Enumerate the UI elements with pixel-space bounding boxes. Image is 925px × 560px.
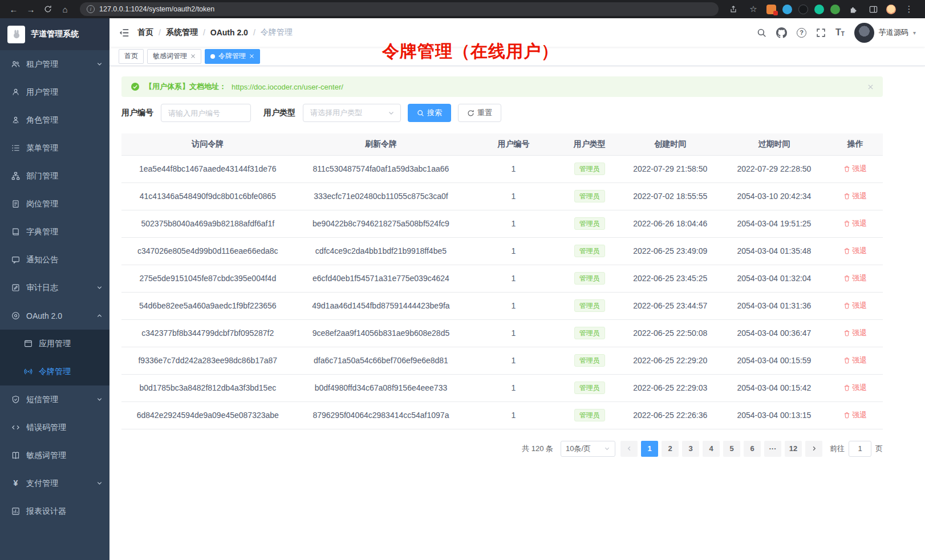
force-logout-button[interactable]: 强退: [843, 410, 867, 420]
address-bar[interactable]: i 127.0.0.1:1024/system/oauth2/token: [80, 2, 719, 16]
forward-icon[interactable]: →: [24, 2, 38, 16]
alert-close-icon[interactable]: [867, 84, 874, 90]
sidebar-item-errorcode[interactable]: 错误码管理: [0, 413, 109, 441]
page-button-5[interactable]: 5: [723, 441, 740, 457]
force-logout-button[interactable]: 强退: [843, 301, 867, 311]
force-logout-button[interactable]: 强退: [843, 164, 867, 174]
extension-icon[interactable]: [814, 5, 824, 14]
profile-avatar[interactable]: [886, 5, 896, 14]
tab-token[interactable]: 令牌管理: [205, 49, 260, 64]
sidebar-item-role[interactable]: 角色管理: [0, 106, 109, 134]
sidebar-item-tenant[interactable]: 租户管理: [0, 50, 109, 78]
sidebar-item-label: 令牌管理: [39, 367, 71, 377]
user-menu[interactable]: 芋道源码 ▾: [854, 23, 916, 43]
sidebar-item-sms[interactable]: 短信管理: [0, 385, 109, 413]
pager-ellipsis[interactable]: ···: [764, 441, 781, 457]
expire-time-cell: 2054-03-04 00:15:59: [720, 347, 827, 374]
trash-icon: [843, 220, 850, 227]
create-time-cell: 2022-06-25 23:49:09: [620, 237, 720, 265]
side-panel-icon[interactable]: [866, 2, 880, 16]
sidebar-item-report[interactable]: 报表设计器: [0, 497, 109, 525]
extension-icon[interactable]: [830, 5, 840, 14]
force-logout-button[interactable]: 强退: [843, 191, 867, 201]
create-time-cell: 2022-06-25 22:29:03: [620, 374, 720, 401]
reset-button[interactable]: 重置: [458, 104, 501, 122]
tab-home[interactable]: 首页: [119, 49, 144, 64]
action-cell: 强退: [828, 347, 883, 374]
page-size-value: 10条/页: [566, 444, 591, 454]
collapse-sidebar-icon[interactable]: [119, 27, 129, 38]
app-window-icon: [24, 339, 33, 348]
sidebar-item-dict[interactable]: 字典管理: [0, 218, 109, 246]
user-id-input[interactable]: [161, 104, 251, 122]
force-logout-button[interactable]: 强退: [843, 328, 867, 338]
page-button-6[interactable]: 6: [744, 441, 761, 457]
share-icon[interactable]: [727, 2, 740, 16]
browser-menu-icon[interactable]: ⋮: [902, 2, 916, 16]
col-user-id: 用户编号: [468, 133, 559, 155]
refresh-token-cell: 49d1aa46d1454fbd87591444423be9fa: [294, 292, 468, 319]
user-id-label: 用户编号: [121, 108, 153, 118]
sidebar-item-payment[interactable]: ¥ 支付管理: [0, 469, 109, 497]
github-icon[interactable]: [776, 27, 787, 38]
help-icon[interactable]: ?: [797, 28, 806, 38]
site-info-icon[interactable]: i: [87, 5, 95, 13]
page-size-select[interactable]: 10条/页: [561, 441, 615, 457]
back-icon[interactable]: ←: [7, 2, 21, 16]
force-logout-button[interactable]: 强退: [843, 273, 867, 283]
app-logo[interactable]: 芋道管理系统: [0, 18, 109, 50]
page-button-12[interactable]: 12: [785, 441, 802, 457]
shield-icon: [11, 395, 20, 404]
sidebar-item-dept[interactable]: 部门管理: [0, 162, 109, 190]
extensions-puzzle-icon[interactable]: [846, 2, 860, 16]
sidebar-item-menu[interactable]: 菜单管理: [0, 134, 109, 162]
extension-icon[interactable]: [798, 5, 808, 14]
force-logout-button[interactable]: 强退: [843, 355, 867, 366]
col-actions: 操作: [828, 133, 883, 155]
force-logout-button[interactable]: 强退: [843, 246, 867, 256]
close-icon[interactable]: [249, 54, 254, 59]
sidebar-item-oauth[interactable]: OAuth 2.0: [0, 302, 109, 330]
user-type-select[interactable]: 请选择用户类型: [303, 104, 401, 122]
annotation-text: 令牌管理（在线用户）: [382, 40, 559, 63]
page-button-1[interactable]: 1: [641, 441, 658, 457]
trash-icon: [843, 384, 850, 391]
doc-link[interactable]: https://doc.iocoder.cn/user-center/: [232, 83, 343, 91]
page-button-4[interactable]: 4: [703, 441, 720, 457]
bookmark-star-icon[interactable]: ☆: [747, 2, 760, 16]
page-button-2[interactable]: 2: [662, 441, 679, 457]
reload-icon[interactable]: [41, 2, 55, 16]
extension-icon[interactable]: [766, 5, 776, 14]
sidebar-item-label: 支付管理: [26, 478, 58, 489]
sidebar-item-user[interactable]: 用户管理: [0, 78, 109, 106]
user-id-cell: 1: [468, 401, 559, 429]
action-cell: 强退: [828, 265, 883, 292]
trash-icon: [843, 165, 850, 172]
sidebar-item-post[interactable]: 岗位管理: [0, 190, 109, 218]
goto-page-input[interactable]: [849, 441, 871, 457]
home-icon[interactable]: ⌂: [58, 2, 72, 16]
prev-page-button[interactable]: [620, 441, 638, 457]
next-page-button[interactable]: [805, 441, 822, 457]
page-button-3[interactable]: 3: [682, 441, 699, 457]
sidebar-item-notice[interactable]: 通知公告: [0, 246, 109, 274]
sidebar-item-sensitive[interactable]: 敏感词管理: [0, 441, 109, 469]
extension-icon[interactable]: [782, 5, 792, 14]
search-button[interactable]: 搜索: [408, 104, 451, 122]
refresh-icon: [467, 109, 474, 117]
sidebar-menu: 租户管理 用户管理 角色管理 菜单管理 部门管理 岗位管理: [0, 50, 109, 525]
close-icon[interactable]: [190, 54, 196, 59]
sidebar-item-audit[interactable]: 审计日志: [0, 274, 109, 302]
force-logout-button[interactable]: 强退: [843, 383, 867, 393]
table-row: c347026e805e4d99b0d116eae66eda8c cdfc4ce…: [121, 237, 883, 265]
search-icon[interactable]: [757, 28, 766, 38]
tab-sensitive[interactable]: 敏感词管理: [147, 49, 201, 64]
sidebar-item-app[interactable]: 应用管理: [0, 330, 109, 358]
breadcrumb-home[interactable]: 首页: [137, 27, 153, 38]
sidebar-item-token[interactable]: 令牌管理: [0, 358, 109, 385]
fullscreen-icon[interactable]: [816, 28, 826, 38]
refresh-token-cell: b0df4980ffd34c67a08f9156e4eee733: [294, 374, 468, 401]
font-size-icon[interactable]: TT: [835, 28, 845, 37]
force-logout-button[interactable]: 强退: [843, 218, 867, 229]
table-header-row: 访问令牌 刷新令牌 用户编号 用户类型 创建时间 过期时间 操作: [121, 133, 883, 155]
